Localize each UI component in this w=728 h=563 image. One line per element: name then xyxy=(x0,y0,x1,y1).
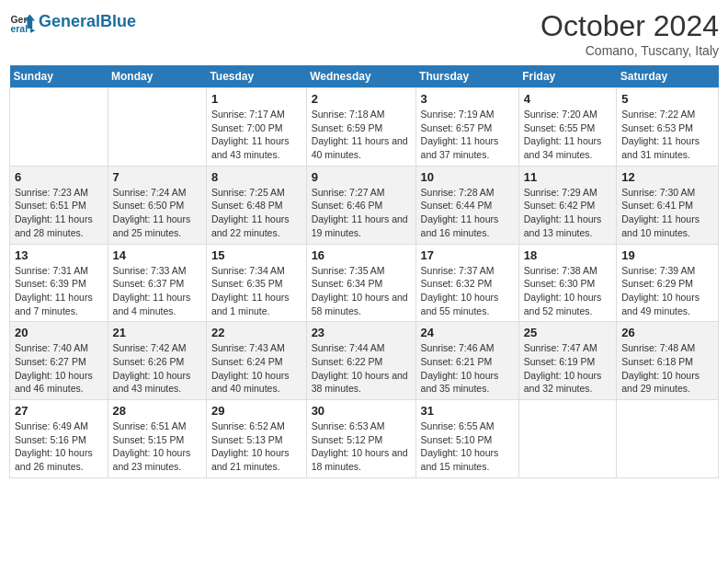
calendar-cell: 1Sunrise: 7:17 AMSunset: 7:00 PMDaylight… xyxy=(206,88,306,167)
calendar-cell: 7Sunrise: 7:24 AMSunset: 6:50 PMDaylight… xyxy=(108,166,206,244)
day-number: 13 xyxy=(15,248,103,262)
calendar-cell: 13Sunrise: 7:31 AMSunset: 6:39 PMDayligh… xyxy=(10,244,108,322)
calendar-cell: 31Sunrise: 6:55 AMSunset: 5:10 PMDayligh… xyxy=(415,400,518,478)
calendar-cell xyxy=(617,400,719,478)
col-header-sunday: Sunday xyxy=(10,65,108,88)
calendar-week-row: 1Sunrise: 7:17 AMSunset: 7:00 PMDaylight… xyxy=(10,88,719,167)
day-number: 1 xyxy=(211,92,301,106)
day-info: Sunrise: 7:31 AMSunset: 6:39 PMDaylight:… xyxy=(15,264,103,318)
calendar-cell: 23Sunrise: 7:44 AMSunset: 6:22 PMDayligh… xyxy=(306,322,415,400)
day-info: Sunrise: 7:35 AMSunset: 6:34 PMDaylight:… xyxy=(312,264,411,318)
location-subtitle: Comano, Tuscany, Italy xyxy=(540,43,719,58)
svg-text:▶: ▶ xyxy=(30,27,35,33)
calendar-cell: 22Sunrise: 7:43 AMSunset: 6:24 PMDayligh… xyxy=(206,322,306,400)
col-header-monday: Monday xyxy=(108,65,206,88)
col-header-tuesday: Tuesday xyxy=(206,65,306,88)
calendar-cell: 21Sunrise: 7:42 AMSunset: 6:26 PMDayligh… xyxy=(108,322,206,400)
day-info: Sunrise: 6:52 AMSunset: 5:13 PMDaylight:… xyxy=(211,419,301,474)
calendar-week-row: 6Sunrise: 7:23 AMSunset: 6:51 PMDaylight… xyxy=(10,166,719,244)
day-info: Sunrise: 7:40 AMSunset: 6:27 PMDaylight:… xyxy=(15,341,103,396)
day-info: Sunrise: 7:30 AMSunset: 6:41 PMDaylight:… xyxy=(621,186,713,240)
logo-general: General xyxy=(39,12,100,30)
day-number: 20 xyxy=(15,326,103,339)
logo-text: GeneralBlue xyxy=(39,13,136,31)
calendar-cell: 3Sunrise: 7:19 AMSunset: 6:57 PMDaylight… xyxy=(415,88,518,167)
page-header: Gen eral ▶ GeneralBlue October 2024 Coma… xyxy=(9,9,719,58)
day-info: Sunrise: 7:25 AMSunset: 6:48 PMDaylight:… xyxy=(211,186,301,240)
calendar-header-row: SundayMondayTuesdayWednesdayThursdayFrid… xyxy=(10,65,719,88)
calendar-cell: 17Sunrise: 7:37 AMSunset: 6:32 PMDayligh… xyxy=(415,244,518,322)
day-number: 25 xyxy=(524,326,612,339)
calendar-cell: 24Sunrise: 7:46 AMSunset: 6:21 PMDayligh… xyxy=(415,322,518,400)
calendar-cell: 15Sunrise: 7:34 AMSunset: 6:35 PMDayligh… xyxy=(206,244,306,322)
day-info: Sunrise: 7:37 AMSunset: 6:32 PMDaylight:… xyxy=(421,264,514,318)
day-number: 24 xyxy=(421,326,514,339)
day-number: 7 xyxy=(113,170,201,184)
day-number: 19 xyxy=(621,248,713,262)
logo-blue: Blue xyxy=(100,12,136,30)
day-number: 11 xyxy=(524,170,612,184)
month-year-title: October 2024 xyxy=(540,9,719,43)
day-info: Sunrise: 7:43 AMSunset: 6:24 PMDaylight:… xyxy=(211,341,301,396)
calendar-cell: 4Sunrise: 7:20 AMSunset: 6:55 PMDaylight… xyxy=(518,88,617,167)
calendar-cell xyxy=(108,88,206,167)
calendar-cell: 9Sunrise: 7:27 AMSunset: 6:46 PMDaylight… xyxy=(306,166,415,244)
title-block: October 2024 Comano, Tuscany, Italy xyxy=(540,9,719,58)
day-info: Sunrise: 7:23 AMSunset: 6:51 PMDaylight:… xyxy=(15,186,103,240)
day-info: Sunrise: 7:22 AMSunset: 6:53 PMDaylight:… xyxy=(621,108,713,162)
calendar-cell: 25Sunrise: 7:47 AMSunset: 6:19 PMDayligh… xyxy=(518,322,617,400)
day-info: Sunrise: 7:38 AMSunset: 6:30 PMDaylight:… xyxy=(524,264,612,318)
calendar-cell: 16Sunrise: 7:35 AMSunset: 6:34 PMDayligh… xyxy=(306,244,415,322)
svg-text:eral: eral xyxy=(10,23,28,34)
day-info: Sunrise: 7:44 AMSunset: 6:22 PMDaylight:… xyxy=(312,341,411,396)
day-info: Sunrise: 7:47 AMSunset: 6:19 PMDaylight:… xyxy=(524,341,612,396)
day-info: Sunrise: 7:39 AMSunset: 6:29 PMDaylight:… xyxy=(621,264,713,318)
day-info: Sunrise: 7:20 AMSunset: 6:55 PMDaylight:… xyxy=(524,108,612,162)
calendar-cell: 11Sunrise: 7:29 AMSunset: 6:42 PMDayligh… xyxy=(518,166,617,244)
day-number: 31 xyxy=(421,404,514,418)
col-header-wednesday: Wednesday xyxy=(306,65,415,88)
calendar-cell: 26Sunrise: 7:48 AMSunset: 6:18 PMDayligh… xyxy=(617,322,719,400)
calendar-cell: 14Sunrise: 7:33 AMSunset: 6:37 PMDayligh… xyxy=(108,244,206,322)
day-info: Sunrise: 7:46 AMSunset: 6:21 PMDaylight:… xyxy=(421,341,514,396)
day-number: 21 xyxy=(113,326,201,339)
calendar-cell: 8Sunrise: 7:25 AMSunset: 6:48 PMDaylight… xyxy=(206,166,306,244)
calendar-week-row: 27Sunrise: 6:49 AMSunset: 5:16 PMDayligh… xyxy=(10,400,719,478)
day-number: 10 xyxy=(421,170,514,184)
day-info: Sunrise: 7:42 AMSunset: 6:26 PMDaylight:… xyxy=(113,341,201,396)
calendar-cell: 2Sunrise: 7:18 AMSunset: 6:59 PMDaylight… xyxy=(306,88,415,167)
day-info: Sunrise: 7:33 AMSunset: 6:37 PMDaylight:… xyxy=(113,264,201,318)
day-info: Sunrise: 7:19 AMSunset: 6:57 PMDaylight:… xyxy=(421,108,514,162)
day-info: Sunrise: 7:24 AMSunset: 6:50 PMDaylight:… xyxy=(113,186,201,240)
day-number: 30 xyxy=(312,404,411,418)
calendar-cell xyxy=(518,400,617,478)
col-header-thursday: Thursday xyxy=(415,65,518,88)
day-info: Sunrise: 7:34 AMSunset: 6:35 PMDaylight:… xyxy=(211,264,301,318)
day-info: Sunrise: 6:55 AMSunset: 5:10 PMDaylight:… xyxy=(421,419,514,474)
calendar-cell: 5Sunrise: 7:22 AMSunset: 6:53 PMDaylight… xyxy=(617,88,719,167)
day-number: 23 xyxy=(312,326,411,339)
calendar-cell: 6Sunrise: 7:23 AMSunset: 6:51 PMDaylight… xyxy=(10,166,108,244)
day-number: 6 xyxy=(15,170,103,184)
calendar-cell: 19Sunrise: 7:39 AMSunset: 6:29 PMDayligh… xyxy=(617,244,719,322)
day-number: 26 xyxy=(621,326,713,339)
day-number: 8 xyxy=(211,170,301,184)
calendar-cell: 30Sunrise: 6:53 AMSunset: 5:12 PMDayligh… xyxy=(306,400,415,478)
day-info: Sunrise: 7:18 AMSunset: 6:59 PMDaylight:… xyxy=(312,108,411,162)
day-number: 22 xyxy=(211,326,301,339)
day-info: Sunrise: 6:51 AMSunset: 5:15 PMDaylight:… xyxy=(113,419,201,474)
day-number: 16 xyxy=(312,248,411,262)
day-number: 28 xyxy=(113,404,201,418)
logo: Gen eral ▶ GeneralBlue xyxy=(9,9,136,35)
calendar-cell: 29Sunrise: 6:52 AMSunset: 5:13 PMDayligh… xyxy=(206,400,306,478)
logo-icon: Gen eral ▶ xyxy=(9,9,35,35)
day-number: 27 xyxy=(15,404,103,418)
col-header-friday: Friday xyxy=(518,65,617,88)
calendar-cell: 20Sunrise: 7:40 AMSunset: 6:27 PMDayligh… xyxy=(10,322,108,400)
calendar-table: SundayMondayTuesdayWednesdayThursdayFrid… xyxy=(9,65,719,478)
day-info: Sunrise: 6:49 AMSunset: 5:16 PMDaylight:… xyxy=(15,419,103,474)
day-info: Sunrise: 6:53 AMSunset: 5:12 PMDaylight:… xyxy=(312,419,411,474)
calendar-week-row: 20Sunrise: 7:40 AMSunset: 6:27 PMDayligh… xyxy=(10,322,719,400)
day-number: 3 xyxy=(421,92,514,106)
calendar-cell xyxy=(10,88,108,167)
